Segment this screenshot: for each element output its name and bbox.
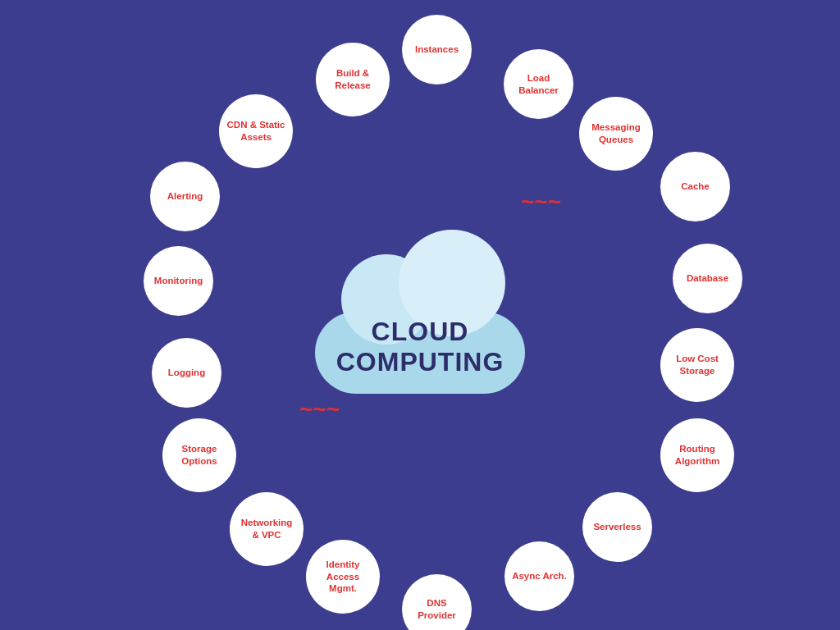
node-async-arch[interactable]: Async Arch.: [504, 541, 574, 611]
node-label-instances: Instances: [415, 43, 459, 56]
node-instances[interactable]: Instances: [402, 15, 472, 84]
node-alerting[interactable]: Alerting: [150, 162, 220, 231]
node-label-low-cost-storage: Low Cost Storage: [667, 353, 728, 377]
node-identity-access[interactable]: Identity Access Mgmt.: [306, 540, 380, 614]
node-messaging-queues[interactable]: Messaging Queues: [579, 97, 653, 171]
node-load-balancer[interactable]: Load Balancer: [504, 49, 573, 119]
node-cache[interactable]: Cache: [660, 152, 730, 221]
node-monitoring[interactable]: Monitoring: [144, 246, 213, 316]
node-label-logging: Logging: [168, 367, 205, 379]
node-networking-vpc[interactable]: Networking & VPC: [230, 492, 304, 566]
node-serverless[interactable]: Serverless: [582, 492, 652, 562]
node-low-cost-storage[interactable]: Low Cost Storage: [660, 328, 734, 402]
node-label-alerting: Alerting: [167, 190, 203, 203]
node-label-async-arch: Async Arch.: [512, 570, 567, 582]
node-dns-provider[interactable]: DNS Provider: [402, 574, 472, 630]
squiggle-top: ~~~: [521, 189, 561, 215]
node-label-build-release: Build & Release: [322, 67, 383, 92]
node-label-networking-vpc: Networking & VPC: [236, 517, 297, 541]
node-label-storage-options: Storage Options: [169, 443, 230, 468]
node-label-messaging-queues: Messaging Queues: [586, 121, 646, 146]
node-logging[interactable]: Logging: [152, 338, 221, 408]
node-storage-options[interactable]: Storage Options: [162, 418, 236, 492]
node-build-release[interactable]: Build & Release: [316, 43, 390, 116]
node-label-identity-access: Identity Access Mgmt.: [313, 559, 373, 596]
node-label-monitoring: Monitoring: [154, 275, 203, 287]
node-label-database: Database: [687, 272, 728, 285]
cloud-title: CLOUDCOMPUTING: [289, 317, 551, 377]
node-cdn-static[interactable]: CDN & Static Assets: [219, 94, 293, 168]
node-routing-algorithm[interactable]: Routing Algorithm: [660, 418, 734, 492]
node-label-load-balancer: Load Balancer: [510, 72, 567, 97]
node-label-serverless: Serverless: [593, 521, 641, 533]
cloud-center: CLOUDCOMPUTING: [289, 230, 551, 394]
node-label-cdn-static: CDN & Static Assets: [226, 119, 286, 144]
node-database[interactable]: Database: [673, 244, 742, 313]
node-label-dns-provider: DNS Provider: [409, 597, 465, 622]
squiggle-bottom: ~~~: [299, 396, 340, 422]
node-label-cache: Cache: [681, 180, 710, 193]
node-label-routing-algorithm: Routing Algorithm: [667, 443, 728, 468]
